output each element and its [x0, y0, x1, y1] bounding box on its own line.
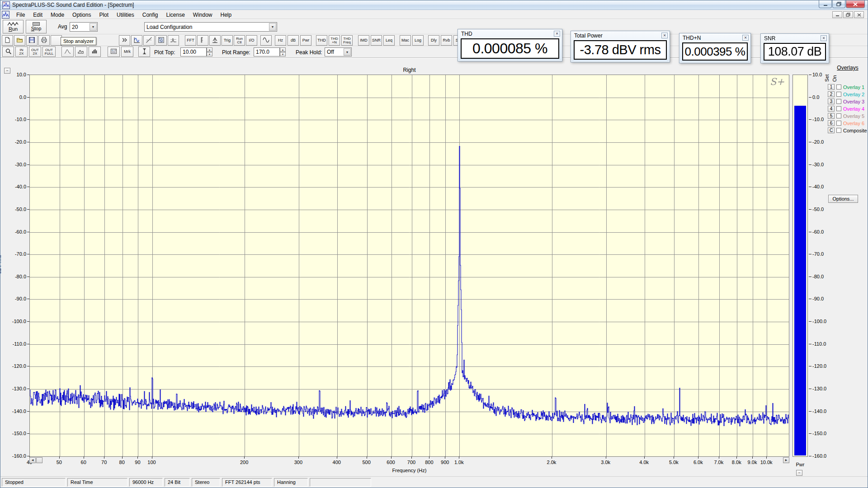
panel-close-button[interactable]: ✕ [821, 35, 827, 41]
delay-button[interactable]: Dly [428, 35, 439, 46]
line-plot-button[interactable] [61, 47, 74, 57]
load-configuration-select[interactable]: Load Configuration▼ [144, 22, 277, 32]
step-plot-button[interactable] [75, 47, 87, 57]
plot-top-input[interactable]: 10.00 [180, 47, 207, 56]
panel-close-button[interactable]: ✕ [661, 33, 668, 38]
overlay-on-checkbox-2[interactable] [836, 92, 841, 97]
overlay-set-button-4[interactable]: 4 [828, 106, 835, 112]
trigger-button[interactable]: Trig [222, 35, 233, 46]
menu-options[interactable]: Options [68, 11, 95, 19]
overlay-set-button-5[interactable]: 5 [828, 113, 835, 119]
menu-license[interactable]: License [162, 11, 189, 19]
timeseries-icon [133, 37, 140, 44]
overlay-set-button-6[interactable]: 6 [828, 120, 835, 126]
pwr-button[interactable]: Pwr [300, 35, 311, 46]
menu-window[interactable]: Window [189, 11, 217, 19]
phase-icon [146, 37, 152, 44]
overlay-on-checkbox-4[interactable] [836, 106, 841, 111]
overlay-row-4: 4Overlay 4 [828, 105, 864, 112]
run-button[interactable]: Run [3, 20, 24, 33]
run-control-button[interactable]: RunCtl [234, 35, 245, 46]
menu-help[interactable]: Help [217, 11, 236, 19]
zoom-button[interactable] [2, 47, 14, 57]
thd-button[interactable]: THD [316, 35, 327, 46]
close-button[interactable] [846, 0, 865, 8]
menu-config[interactable]: Config [138, 11, 162, 19]
pwr-button-label: Pwr [302, 38, 310, 42]
restore-button[interactable] [832, 0, 845, 8]
meter-collapse-button[interactable]: − [796, 470, 802, 476]
thd-n-button[interactable]: THD+N [329, 35, 340, 46]
signal-generator-button[interactable] [260, 35, 272, 46]
child-restore-button[interactable] [843, 11, 853, 18]
zoom-out-2x-button[interactable]: OUT2X [29, 47, 41, 57]
overlay-on-checkbox-5[interactable] [836, 113, 841, 118]
plot-range-input[interactable]: 170.0 [254, 47, 280, 56]
display-options-button[interactable] [108, 47, 120, 57]
scroll-right-button[interactable]: ▶ [783, 457, 789, 463]
panel-close-button[interactable]: ✕ [742, 35, 749, 41]
overlay-on-checkbox-6[interactable] [836, 121, 841, 126]
bar-plot-button[interactable] [89, 47, 101, 57]
scale-range-button[interactable] [138, 47, 150, 57]
log-button[interactable]: Log [412, 35, 424, 46]
meter-label: Pwr [793, 462, 808, 467]
zoom-in-2x-button[interactable]: IN2X [15, 47, 28, 57]
macro-button[interactable]: Mac [400, 35, 411, 46]
snr-button[interactable]: SNR [371, 35, 382, 46]
open-button[interactable] [14, 35, 25, 46]
avg-select[interactable]: 20▼ [70, 22, 98, 32]
overlay-on-checkbox-3[interactable] [836, 99, 841, 104]
menu-mode[interactable]: Mode [47, 11, 68, 19]
scroll-thumb[interactable] [36, 457, 42, 463]
leq-button[interactable]: Leq [383, 35, 395, 46]
chevron-down-icon[interactable]: ▼ [90, 23, 97, 31]
save-button[interactable] [26, 35, 38, 46]
marker-arrows-button[interactable] [119, 35, 130, 46]
db-button[interactable]: dB [288, 35, 299, 46]
new-file-button[interactable] [2, 35, 13, 46]
menu-file[interactable]: File [12, 11, 29, 19]
plot-top-spinner[interactable]: ▲▼ [207, 47, 212, 56]
overlay-on-checkbox-1[interactable] [836, 84, 841, 89]
panel-close-button[interactable]: ✕ [554, 31, 560, 37]
transfer-function-button[interactable] [168, 35, 179, 46]
imd-button[interactable]: IMD [358, 35, 369, 46]
stop-button[interactable]: Stop [26, 20, 47, 33]
overlays-options-button[interactable]: Options... [828, 195, 858, 203]
child-close-button[interactable] [854, 11, 864, 18]
scroll-left-button[interactable]: ◀ [29, 457, 36, 463]
plot-range-spinner[interactable]: ▲▼ [280, 47, 286, 56]
document-icon[interactable] [2, 11, 9, 18]
fft-settings-button[interactable]: FFT [185, 35, 196, 46]
hz-button[interactable]: Hz [275, 35, 286, 46]
scaling-button[interactable] [197, 35, 208, 46]
peak-marker-button[interactable] [209, 35, 221, 46]
menu-plot[interactable]: Plot [95, 11, 113, 19]
print-button[interactable] [38, 35, 50, 46]
peak-hold-select[interactable]: Off▼ [325, 47, 352, 56]
menu-utilities[interactable]: Utilities [113, 11, 138, 19]
zoom-out-full-button[interactable]: OUTFULL [42, 47, 56, 57]
overlay-set-button-1[interactable]: 1 [828, 84, 835, 90]
meter-scale-label: -160.0 [812, 453, 826, 459]
overlay-set-button-c[interactable]: C [828, 127, 835, 133]
reverb-button[interactable]: Rvb [441, 35, 452, 46]
menu-edit[interactable]: Edit [29, 11, 47, 19]
io-button[interactable]: I/O [246, 35, 257, 46]
marker-button[interactable]: Mrk [121, 47, 133, 57]
overlay-on-checkbox-c[interactable] [836, 128, 841, 133]
chevron-down-icon[interactable]: ▼ [269, 23, 276, 31]
meter-scale-tick [809, 299, 811, 299]
overlay-set-button-3[interactable]: 3 [828, 99, 835, 104]
time-series-button[interactable] [131, 35, 142, 46]
chevron-down-icon[interactable]: ▼ [344, 48, 351, 56]
phase-button[interactable] [143, 35, 155, 46]
plot-area[interactable] [29, 75, 789, 457]
thd-freq-button[interactable]: THDFreq [341, 35, 353, 46]
overlay-set-button-2[interactable]: 2 [828, 91, 835, 97]
spectrum-canvas[interactable] [30, 75, 789, 456]
spectrogram-button[interactable] [156, 35, 167, 46]
child-minimize-button[interactable] [832, 11, 842, 18]
minimize-button[interactable] [819, 0, 832, 8]
